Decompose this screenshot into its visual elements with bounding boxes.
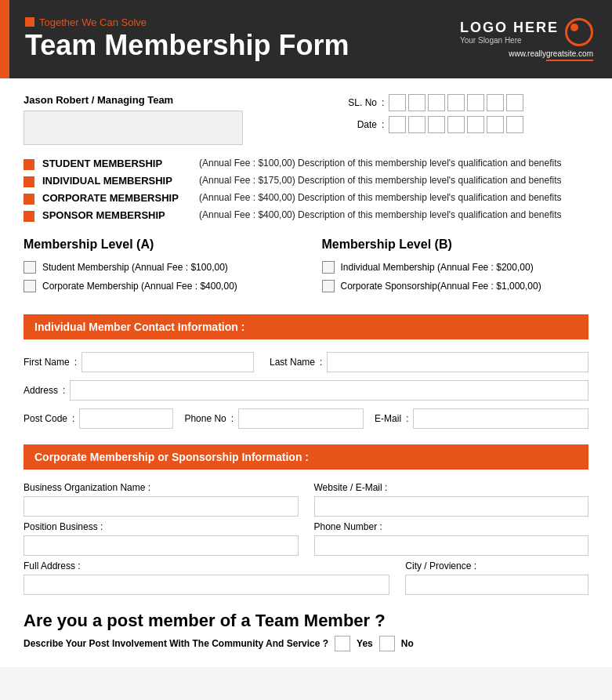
address-label: Address [24,385,58,396]
date-boxes [389,116,523,133]
level-a-option-1-row: Student Membership (Annual Fee : $100,00… [24,261,291,274]
post-involvement-label: Describe Your Post Involvement With The … [24,638,328,649]
name-row: First Name : Last Name : [24,352,588,372]
post-involvement-row: Describe Your Post Involvement With The … [24,636,588,651]
no-checkbox[interactable] [379,636,395,651]
level-b-checkbox-2[interactable] [322,280,335,292]
first-name-label: First Name [24,357,70,368]
website-email-col: Website / E-Mail : [314,482,589,517]
bullet-individual [24,176,34,187]
city-input[interactable] [405,575,588,595]
full-address-label: Full Address : [24,560,389,571]
corporate-section-bar: Corporate Membership or Sponsorship Info… [24,444,588,470]
mem-title-student: STUDENT MEMBERSHIP [42,158,191,169]
date-box-2[interactable] [408,116,426,133]
date-box-4[interactable] [447,116,465,133]
main-title: Team Membership Form [25,28,426,62]
last-name-label: Last Name [270,357,315,368]
membership-levels: Membership Level (A) Student Membership … [24,238,588,299]
level-b-checkbox-1[interactable] [322,261,335,274]
email-group: E-Mail : [375,408,588,429]
website-email-input[interactable] [314,496,589,517]
membership-item-individual: INDIVIDUAL MEMBERSHIP (Annual Fee : $175… [24,175,588,187]
level-a-checkbox-2[interactable] [24,280,36,292]
phone-number-label: Phone Number : [314,521,589,532]
postcode-label: Post Code [24,413,67,424]
slno-box-1[interactable] [389,94,406,111]
address-input[interactable] [70,380,588,401]
first-name-input[interactable] [81,352,254,372]
header-content: Together We Can Solve Team Membership Fo… [9,0,441,78]
postcode-group: Post Code : [24,408,173,429]
phone-number-input[interactable] [314,535,589,556]
slno-box-5[interactable] [467,94,484,111]
date-label: Date [338,119,377,130]
postcode-phone-email-row: Post Code : Phone No : E-Mail : [24,408,588,429]
level-a-option-2-label: Corporate Membership (Annual Fee : $400,… [42,281,237,292]
slno-box-2[interactable] [408,94,426,111]
level-b-heading: Membership Level (B) [322,238,589,252]
tagline: Together We Can Solve [25,16,426,28]
level-b-col: Membership Level (B) Individual Membersh… [322,238,589,299]
slno-box-7[interactable] [506,94,523,111]
membership-item-corporate: CORPORATE MEMBERSHIP (Annual Fee : $400,… [24,192,588,205]
level-a-option-2-row: Corporate Membership (Annual Fee : $400,… [24,280,291,292]
business-org-label: Business Organization Name : [24,482,299,493]
top-section: Jason Robert / Managing Team SL. No : Da… [24,94,588,145]
email-input[interactable] [413,408,588,429]
date-box-3[interactable] [428,116,445,133]
bullet-sponsor [24,211,34,222]
phone-number-col: Phone Number : [314,521,589,556]
position-phone-row: Position Business : Phone Number : [24,521,588,556]
logo-main-text: LOGO HERE [460,20,559,36]
business-org-col: Business Organization Name : [24,482,299,517]
bullet-corporate [24,194,34,205]
slno-boxes [389,94,523,111]
slno-box-4[interactable] [447,94,465,111]
level-a-heading: Membership Level (A) [24,238,291,252]
date-box-7[interactable] [506,116,523,133]
level-b-option-1-label: Individual Membership (Annual Fee : $200… [341,262,534,273]
email-label: E-Mail [375,413,401,424]
name-input[interactable] [24,111,243,145]
level-b-option-1-row: Individual Membership (Annual Fee : $200… [322,261,589,274]
slno-section: SL. No : Date : [338,94,588,138]
membership-list: STUDENT MEMBERSHIP (Annual Fee : $100,00… [24,158,588,222]
name-section: Jason Robert / Managing Team [24,94,322,145]
level-a-option-1-label: Student Membership (Annual Fee : $100,00… [42,262,228,273]
mem-title-corporate: CORPORATE MEMBERSHIP [42,192,191,204]
post-member-title: Are you a post member of a Team Member ? [24,611,588,631]
date-box-5[interactable] [467,116,484,133]
full-address-col: Full Address : [24,560,389,595]
logo-url: www.reallygreatsite.com [509,49,593,58]
slno-box-6[interactable] [487,94,504,111]
phoneno-label: Phone No [184,413,226,424]
form-body: Jason Robert / Managing Team SL. No : Da… [0,78,612,667]
post-member-section: Are you a post member of a Team Member ?… [24,611,588,651]
mem-desc-individual: (Annual Fee : $175,00) Description of th… [199,175,562,186]
yes-checkbox[interactable] [335,636,350,651]
logo-underline [546,60,593,61]
level-b-option-2-row: Corporate Sponsorship(Annual Fee : $1,00… [322,280,589,292]
yes-label: Yes [357,638,373,649]
position-input[interactable] [24,535,299,556]
header: Together We Can Solve Team Membership Fo… [0,0,612,78]
date-box-1[interactable] [389,116,406,133]
slno-box-3[interactable] [428,94,445,111]
no-label: No [401,638,414,649]
date-row: Date : [338,116,588,133]
date-box-6[interactable] [487,116,504,133]
business-org-input[interactable] [24,496,299,517]
name-label: Jason Robert / Managing Team [24,94,322,106]
contact-section-bar: Individual Member Contact Information : [24,314,588,339]
logo-section: LOGO HERE Your Slogan Here www.reallygre… [441,0,612,78]
city-col: City / Provience : [405,560,588,595]
full-address-input[interactable] [24,575,389,595]
contact-section: Individual Member Contact Information : … [24,314,588,429]
postcode-input[interactable] [79,408,173,429]
membership-item-sponsor: SPONSOR MEMBERSHIP (Annual Fee : $400,00… [24,209,588,222]
phoneno-input[interactable] [238,408,364,429]
level-a-checkbox-1[interactable] [24,261,36,274]
slno-row: SL. No : [338,94,588,111]
last-name-input[interactable] [327,352,588,372]
